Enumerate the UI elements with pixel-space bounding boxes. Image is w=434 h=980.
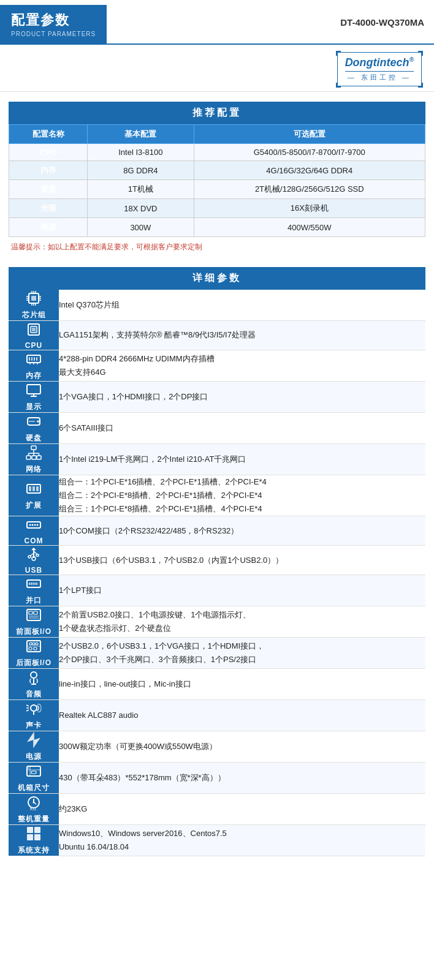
rec-basic: 300W <box>88 218 194 237</box>
svg-rect-21 <box>36 357 37 361</box>
svg-line-77 <box>26 705 29 706</box>
rec-name: 电源 <box>9 218 88 237</box>
icon-box: 声卡 <box>9 700 59 731</box>
icon-box: 系统支持 <box>9 825 59 856</box>
audio-icon <box>25 669 42 688</box>
detail-row: 后面板I/O 2个USB2.0，6个USB3.1，1个VGA接口，1个HDMI接… <box>9 638 425 669</box>
rec-optional: 400W/550W <box>194 218 425 237</box>
svg-text:KG: KG <box>30 807 36 811</box>
icon-cell: KG 整机重量 <box>9 794 59 825</box>
detail-row: 硬盘 6个SATAIII接口 <box>9 413 425 444</box>
svg-point-29 <box>37 420 39 423</box>
desc-cell: 约23KG <box>59 794 425 825</box>
svg-rect-42 <box>32 486 35 491</box>
parallel-icon <box>25 575 42 594</box>
svg-rect-94 <box>27 834 33 840</box>
icon-cell: 电源 <box>9 731 59 763</box>
icon-box: 并口 <box>9 575 59 606</box>
svg-point-70 <box>36 643 38 645</box>
desc-cell: 300W额定功率（可更换400W或550W电源） <box>59 731 425 763</box>
desc-cell: 10个COM接口（2个RS232/422/485，8个RS232） <box>59 516 425 546</box>
rec-basic: 1T机械 <box>88 180 194 199</box>
desc-cell: 组合一：1个PCI-E*16插槽、2个PCI-E*1插槽、2个PCI-E*4组合… <box>59 475 425 516</box>
svg-point-45 <box>29 524 31 526</box>
icon-box: 后面板I/O <box>9 638 59 668</box>
desc-cell: 2个USB2.0，6个USB3.1，1个VGA接口，1个HDMI接口，2个DP接… <box>59 638 425 669</box>
detail-row: USB 13个USB接口（6个USB3.1，7个USB2.0（内置1个USB2.… <box>9 546 425 575</box>
icon-box: 芯片组 <box>9 290 59 320</box>
svg-rect-95 <box>34 834 40 840</box>
model-number: DT-4000-WQ370MA <box>114 5 424 43</box>
svg-point-47 <box>34 524 36 526</box>
svg-rect-32 <box>26 456 31 459</box>
icon-label: 并口 <box>26 595 42 606</box>
icon-box: CPU <box>9 321 59 350</box>
rec-basic: Intel I3-8100 <box>88 144 194 161</box>
warm-tip: 温馨提示：如以上配置不能满足要求，可根据客户要求定制 <box>9 237 425 257</box>
svg-rect-31 <box>31 446 36 450</box>
detail-row: 扩展 组合一：1个PCI-E*16插槽、2个PCI-E*1插槽、2个PCI-E*… <box>9 475 425 516</box>
os-icon <box>25 825 42 844</box>
detail-section: 详细参数 芯片组 Intel Q370芯片组 CPU LGA1151架构，支持英… <box>0 267 434 856</box>
icon-cell: 系统支持 <box>9 825 59 856</box>
svg-point-51 <box>28 556 31 558</box>
rec-name: CPU <box>9 144 88 161</box>
rec-name: 光驱 <box>9 199 88 218</box>
svg-point-48 <box>37 524 39 526</box>
icon-cell: 前面板I/O <box>9 606 59 638</box>
svg-rect-33 <box>32 456 36 459</box>
detail-row: 芯片组 Intel Q370芯片组 <box>9 290 425 321</box>
page-title-cn: 配置参数 <box>11 11 96 29</box>
detail-row: 内存 4*288-pin DDR4 2666MHz UDIMM内存插槽最大支持6… <box>9 350 425 382</box>
rec-row: 硬盘 1T机械 2T机械/128G/256G/512G SSD <box>9 180 425 199</box>
page-header: 配置参数 PRODUCT PARAMETERS DT-4000-WQ370MA <box>0 0 434 45</box>
icon-box: 电源 <box>9 731 59 762</box>
icon-box: KG 整机重量 <box>9 794 59 824</box>
icon-cell: 扩展 <box>9 475 59 516</box>
svg-rect-25 <box>27 385 40 394</box>
soundcard-icon <box>25 700 42 719</box>
svg-rect-16 <box>32 328 36 331</box>
desc-cell: 1个VGA接口，1个HDMI接口，2个DP接口 <box>59 382 425 413</box>
weight-icon: KG <box>25 794 42 813</box>
recommended-title: 推荐配置 <box>9 102 425 124</box>
svg-point-69 <box>32 643 35 645</box>
icon-label: 整机重量 <box>18 814 50 824</box>
rec-row: 电源 300W 400W/550W <box>9 218 425 237</box>
icon-label: 扩展 <box>26 500 42 511</box>
icon-cell: 声卡 <box>9 700 59 731</box>
icon-cell: 机箱尺寸 <box>9 763 59 794</box>
desc-cell: Intel Q370芯片组 <box>59 290 425 321</box>
icon-cell: 音频 <box>9 669 59 700</box>
icon-cell: CPU <box>9 321 59 350</box>
icon-label: 音频 <box>26 689 42 699</box>
rec-optional: 16X刻录机 <box>194 199 425 218</box>
icon-box: USB <box>9 546 59 575</box>
icon-label: 显示 <box>26 402 42 412</box>
icon-box: 音频 <box>9 669 59 699</box>
svg-rect-53 <box>36 554 39 556</box>
svg-point-68 <box>29 643 32 645</box>
brand-name-sub: — 东田工控 — <box>345 71 414 82</box>
expand-icon <box>25 480 42 499</box>
network-icon <box>25 444 42 463</box>
usb-icon <box>25 546 42 565</box>
detail-table: 芯片组 Intel Q370芯片组 CPU LGA1151架构，支持英特尔® 酷… <box>9 290 425 856</box>
hdd-icon <box>25 413 42 432</box>
icon-box: 硬盘 <box>9 413 59 443</box>
desc-cell: 6个SATAIII接口 <box>59 413 425 444</box>
icon-label: 硬盘 <box>26 433 42 443</box>
detail-row: 机箱尺寸 430（带耳朵483）*552*178mm（宽*深*高）） <box>9 763 425 794</box>
brand-name-main: Dongtintech® <box>345 56 414 69</box>
desc-cell: LGA1151架构，支持英特尔® 酷睿™8/9代I3/I5/I7处理器 <box>59 321 425 350</box>
rec-row: 内存 8G DDR4 4G/16G/32G/64G DDR4 <box>9 161 425 180</box>
detail-row: KG 整机重量 约23KG <box>9 794 425 825</box>
icon-cell: 网络 <box>9 444 59 475</box>
svg-rect-92 <box>27 827 33 833</box>
icon-label: 前面板I/O <box>16 627 51 637</box>
col-basic: 基本配置 <box>88 125 194 144</box>
detail-row: 系统支持 Windows10、Windows server2016、Centos… <box>9 825 425 856</box>
recommended-section: 推荐配置 配置名称 基本配置 可选配置 CPU Intel I3-8100 G5… <box>0 102 434 257</box>
brand-area: Dongtintech® — 东田工控 — <box>0 45 434 92</box>
icon-cell: 后面板I/O <box>9 638 59 669</box>
